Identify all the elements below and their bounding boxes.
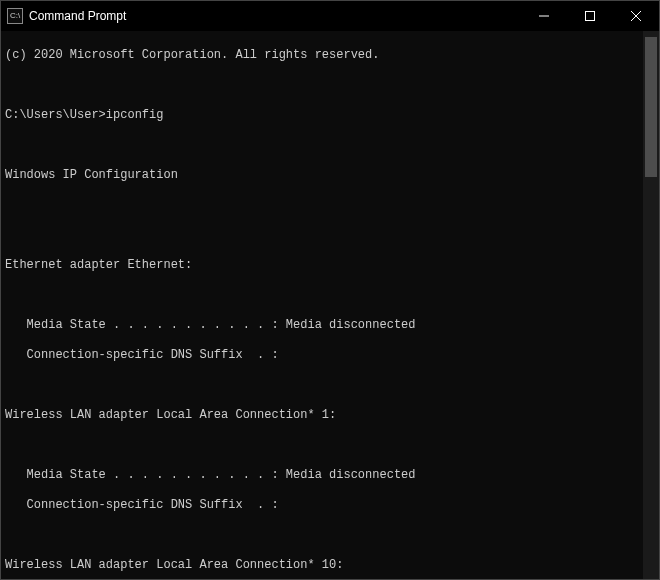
minimize-button[interactable] — [521, 1, 567, 31]
svg-rect-1 — [586, 12, 595, 21]
wlan1-dns-suffix: Connection-specific DNS Suffix . : — [5, 498, 639, 513]
ipconfig-header: Windows IP Configuration — [5, 168, 639, 183]
maximize-icon — [585, 11, 595, 21]
window-controls — [521, 1, 659, 31]
prompt-path: C:\Users\User> — [5, 108, 106, 122]
command-line: C:\Users\User>ipconfig — [5, 108, 639, 123]
scrollbar-thumb[interactable] — [645, 37, 657, 177]
command-prompt-icon: C:\ — [7, 8, 23, 24]
adapter-ethernet-title: Ethernet adapter Ethernet: — [5, 258, 639, 273]
command-prompt-window: C:\ Command Prompt (c) 2020 Microsoft Co… — [0, 0, 660, 580]
minimize-icon — [539, 11, 549, 21]
copyright-line: (c) 2020 Microsoft Corporation. All righ… — [5, 48, 639, 63]
close-button[interactable] — [613, 1, 659, 31]
terminal-area: (c) 2020 Microsoft Corporation. All righ… — [1, 31, 659, 579]
typed-command: ipconfig — [106, 108, 164, 122]
ethernet-media-state: Media State . . . . . . . . . . . : Medi… — [5, 318, 639, 333]
wlan1-media-state: Media State . . . . . . . . . . . : Medi… — [5, 468, 639, 483]
titlebar-left: C:\ Command Prompt — [1, 8, 126, 24]
copyright-text: (c) 2020 Microsoft Corporation. All righ… — [5, 48, 379, 62]
ethernet-dns-suffix: Connection-specific DNS Suffix . : — [5, 348, 639, 363]
close-icon — [631, 11, 641, 21]
adapter-wlan1-title: Wireless LAN adapter Local Area Connecti… — [5, 408, 639, 423]
terminal-output[interactable]: (c) 2020 Microsoft Corporation. All righ… — [1, 31, 643, 579]
window-title: Command Prompt — [29, 9, 126, 23]
titlebar[interactable]: C:\ Command Prompt — [1, 1, 659, 31]
scrollbar-track[interactable] — [643, 31, 659, 579]
adapter-wlan10-title: Wireless LAN adapter Local Area Connecti… — [5, 558, 639, 573]
maximize-button[interactable] — [567, 1, 613, 31]
